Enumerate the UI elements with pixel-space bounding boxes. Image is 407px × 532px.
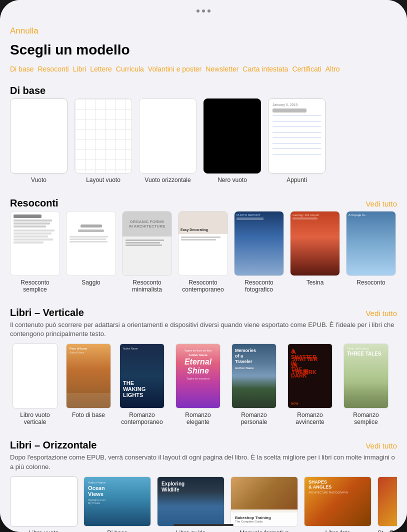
section-libri-h-header: Libri – Orizzontale Vedi tutto <box>10 440 397 451</box>
resoconto-minimalista-label: Resoconto minimalista <box>122 279 172 293</box>
foto-base-label: Foto di base <box>72 412 105 418</box>
device-inner: Annulla Scegli un modello Di base Resoco… <box>0 0 407 532</box>
cat-di-base[interactable]: Di base <box>10 64 38 74</box>
libro-vuoto-h-label: Libro vuoto orizzontale <box>19 530 69 532</box>
template-manuale-formativo[interactable]: Bakeshop Training The Complete Guide Man… <box>230 476 298 532</box>
template-resoconto-contemporaneo[interactable]: Easy Decorating Resoconto contemporaneo <box>178 211 228 293</box>
template-romanzo-personale[interactable]: Memoriesof aTraveler Author Name Romanzo… <box>229 344 279 426</box>
section-libri-v-title: Libri – Verticale <box>10 307 84 318</box>
template-saggio[interactable]: Saggio <box>66 211 116 293</box>
libri-v-subtitle: Il contenuto può scorrere per adattarsi … <box>10 320 397 338</box>
libri-h-subtitle: Dopo l'esportazione come EPUB, verrà con… <box>10 453 397 471</box>
section-di-base: Di base Vuoto Layout vuoto <box>10 85 397 186</box>
section-libri-v-header: Libri – Verticale Vedi tutto <box>10 307 397 318</box>
device-frame: Annulla Scegli un modello Di base Resoco… <box>0 0 407 532</box>
template-resoconto-minimalista[interactable]: ORGANIC FORMSIN ARCHITECTURE Resoconto m… <box>122 211 172 293</box>
romanzo-avvincente-label: Romanzo avvincente <box>285 412 335 426</box>
cat-lettere[interactable]: Lettere <box>90 64 116 74</box>
template-romanzo-contemporaneo[interactable]: Author Name THEWAKINGLIGHTS Romanzo cont… <box>117 344 167 426</box>
template-resoconto-extra[interactable]: A Voyage to... Resoconto <box>346 211 396 293</box>
libri-v-see-all[interactable]: Vedi tutto <box>366 309 397 318</box>
section-resoconti-header: Resoconti Vedi tutto <box>10 198 397 209</box>
section-libri-verticale: Libri – Verticale Vedi tutto Il contenut… <box>10 307 397 428</box>
cat-curricula[interactable]: Curricula <box>116 64 148 74</box>
resoconto-fotografico-label: Resoconto fotografico <box>234 279 284 293</box>
h-di-base-label: Di base <box>107 530 128 532</box>
tesina-label: Tesina <box>306 279 324 286</box>
template-libro-vuoto-h[interactable]: Libro vuoto orizzontale <box>10 476 78 532</box>
template-resoconto-fotografico[interactable]: PHOTO REPORT Resoconto fotografico <box>234 211 284 293</box>
template-resoconto-semplice[interactable]: Resoconto semplice <box>10 211 60 293</box>
resoconto-extra-label: Resoconto <box>356 279 385 286</box>
template-romanzo-semplice[interactable]: Titolo dell'autore THREE TALES Romanzo s… <box>341 344 391 426</box>
category-nav: Di base Resoconti Libri Lettere Curricul… <box>10 64 397 76</box>
template-romanzo-avvincente[interactable]: ASHATTERINTHEDARK NOW Romanzo avvincente <box>285 344 335 426</box>
cat-carta-intestata[interactable]: Carta intestata <box>242 64 292 74</box>
section-resoconti: Resoconti Vedi tutto <box>10 198 397 295</box>
template-vuoto[interactable]: Vuoto <box>10 98 68 184</box>
libro-foto-label: Libro foto <box>325 530 350 532</box>
section-resoconti-title: Resoconti <box>10 198 58 209</box>
template-appunti[interactable]: January 5, 2019 <box>268 98 326 184</box>
romanzo-elegante-label: Romanzo elegante <box>173 412 223 426</box>
romanzo-contemporaneo-label: Romanzo contemporaneo <box>117 412 167 426</box>
top-bar <box>0 0 407 22</box>
template-foto-base[interactable]: Foto di base Author Name Foto di base <box>66 344 111 426</box>
template-libro-vuoto-v[interactable]: Libro vuoto verticale <box>10 344 60 426</box>
template-nero-vuoto[interactable]: Nero vuoto <box>204 98 261 184</box>
saggio-label: Saggio <box>82 279 100 286</box>
dot-2 <box>202 10 205 12</box>
libro-guida-label: Libro guida <box>176 530 206 532</box>
content-area: Annulla Scegli un modello Di base Resoco… <box>0 22 407 532</box>
libro-vuoto-v-label: Libro vuoto verticale <box>10 412 60 426</box>
section-di-base-header: Di base <box>10 85 397 96</box>
template-tesina[interactable]: Geology 101 Report Tesina <box>290 211 340 293</box>
cat-libri[interactable]: Libri <box>73 64 90 74</box>
template-layout-vuoto[interactable]: Layout vuoto <box>74 98 132 184</box>
libri-h-see-all[interactable]: Vedi tutto <box>366 442 397 450</box>
section-libri-h-title: Libri – Orizzontale <box>10 440 96 451</box>
dibase-template-row: Vuoto Layout vuoto Vuoto orizzontale <box>10 98 397 186</box>
cancel-button[interactable]: Annulla <box>10 22 38 40</box>
template-h-di-base[interactable]: Author Name OceanViews Highlights FromMy… <box>84 476 151 532</box>
cat-volantini[interactable]: Volantini e poster <box>148 64 206 74</box>
resoconto-semplice-label: Resoconto semplice <box>10 279 60 293</box>
cat-newsletter[interactable]: Newsletter <box>206 64 242 74</box>
home-indicator <box>174 524 234 526</box>
section-di-base-title: Di base <box>10 85 46 96</box>
manuale-formativo-label: Manuale formativo <box>240 530 289 532</box>
page-title: Scegli un modello <box>10 42 397 58</box>
dot-1 <box>196 10 200 12</box>
resoconti-template-row: Resoconto semplice <box>10 211 397 295</box>
romanzo-personale-label: Romanzo personale <box>229 412 279 426</box>
status-dots <box>196 10 210 12</box>
libri-v-template-row: Libro vuoto verticale Foto di base Autho… <box>10 344 397 428</box>
cat-altro[interactable]: Altro <box>326 64 344 74</box>
cat-certificati[interactable]: Certificati <box>292 64 325 74</box>
resoconto-contemporaneo-label: Resoconto contemporaneo <box>178 279 228 293</box>
resoconti-see-all[interactable]: Vedi tutto <box>366 200 397 208</box>
template-vuoto-orizzontale[interactable]: Vuoto orizzontale <box>139 98 196 184</box>
romanzo-semplice-label: Romanzo semplice <box>341 412 391 426</box>
template-libro-foto[interactable]: SHAPES& ANGLES ARCHITECTURE PHOTOGRAPHY … <box>304 476 372 532</box>
h-extra-label: St... Ra... <box>378 530 397 532</box>
template-h-extra[interactable]: St... Ra... <box>378 476 397 532</box>
template-romanzo-elegante[interactable]: Tagline del titolo del libro Author Name… <box>173 344 223 426</box>
cat-resoconti[interactable]: Resoconti <box>38 64 72 74</box>
section-libri-orizzontale: Libri – Orizzontale Vedi tutto Dopo l'es… <box>10 440 397 532</box>
dot-3 <box>208 10 210 12</box>
